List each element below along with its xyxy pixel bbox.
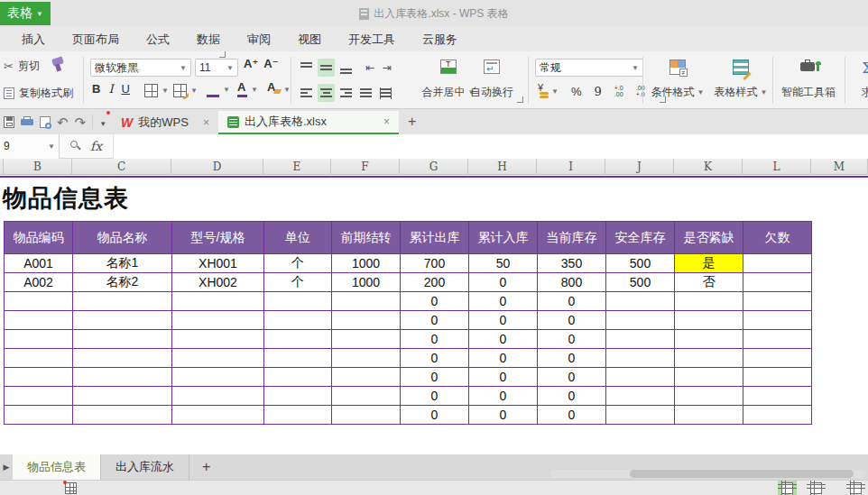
table-cell[interactable] xyxy=(743,311,812,330)
macro-record-icon[interactable] xyxy=(65,482,77,494)
column-header-F[interactable]: F xyxy=(331,159,400,175)
increase-indent-button[interactable]: ⇥ xyxy=(380,59,394,77)
table-cell[interactable]: 0 xyxy=(469,292,538,311)
table-cell[interactable] xyxy=(73,330,172,349)
table-header-cell[interactable]: 前期结转 xyxy=(332,222,401,254)
table-cell[interactable] xyxy=(172,311,264,330)
table-cell[interactable]: 0 xyxy=(469,368,538,387)
table-cell[interactable] xyxy=(743,368,812,387)
decrease-indent-button[interactable]: ⇤ xyxy=(363,59,377,77)
table-cell[interactable]: 50 xyxy=(469,254,538,273)
align-center-button[interactable] xyxy=(318,84,335,102)
table-cell[interactable] xyxy=(264,368,332,387)
table-cell[interactable]: 0 xyxy=(401,368,469,387)
table-cell[interactable] xyxy=(743,387,812,406)
table-cell[interactable]: 500 xyxy=(606,254,675,273)
column-header-I[interactable]: I xyxy=(537,159,605,175)
table-cell[interactable]: 0 xyxy=(538,349,606,368)
table-cell[interactable] xyxy=(73,292,172,311)
sum-button-partial[interactable]: Σ 求 xyxy=(849,56,868,105)
table-cell[interactable]: 0 xyxy=(538,368,606,387)
table-header-cell[interactable]: 欠数 xyxy=(743,222,812,254)
table-cell[interactable] xyxy=(743,406,812,425)
table-cell[interactable] xyxy=(675,387,743,406)
table-cell[interactable]: XH001 xyxy=(172,254,264,273)
column-header-M[interactable]: M xyxy=(811,159,868,175)
table-cell[interactable] xyxy=(743,273,812,292)
column-header-L[interactable]: L xyxy=(743,159,811,175)
table-cell[interactable]: 名称1 xyxy=(73,254,172,273)
table-cell[interactable] xyxy=(743,254,812,273)
format-painter-button[interactable]: 格式刷 xyxy=(41,86,73,101)
align-left-button[interactable] xyxy=(298,84,315,102)
column-header-D[interactable]: D xyxy=(171,159,263,175)
table-cell[interactable] xyxy=(743,292,812,311)
wrap-text-button[interactable]: ↵ 自动换行 xyxy=(462,56,522,105)
table-cell[interactable]: 500 xyxy=(606,273,675,292)
menu-item-4[interactable]: 审阅 xyxy=(247,32,271,48)
table-cell[interactable] xyxy=(332,349,401,368)
table-header-cell[interactable]: 物品编码 xyxy=(5,222,73,254)
font-color-button[interactable]: A ▼ xyxy=(236,82,258,97)
table-cell[interactable]: 700 xyxy=(401,254,469,273)
table-cell[interactable] xyxy=(675,330,743,349)
grow-font-button[interactable]: A⁺ xyxy=(244,59,258,69)
tab-my-wps[interactable]: W 我的WPS × xyxy=(112,111,218,134)
table-cell[interactable] xyxy=(675,349,743,368)
table-cell[interactable] xyxy=(606,406,675,425)
table-cell[interactable] xyxy=(73,406,172,425)
align-middle-button[interactable] xyxy=(318,59,335,77)
clear-format-button[interactable]: A ▼ xyxy=(267,82,291,97)
table-header-cell[interactable]: 累计出库 xyxy=(401,222,469,254)
table-cell[interactable] xyxy=(264,349,332,368)
print-icon[interactable] xyxy=(21,116,33,127)
table-cell[interactable] xyxy=(264,387,332,406)
table-cell[interactable]: 0 xyxy=(538,292,606,311)
table-cell[interactable]: 0 xyxy=(401,387,469,406)
tab-document[interactable]: 出入库表格.xlsx × xyxy=(218,111,399,134)
menu-item-0[interactable]: 插入 xyxy=(22,32,45,48)
increase-decimal-button[interactable]: +.0.00 xyxy=(612,82,626,100)
undo-icon[interactable]: ↶ xyxy=(57,115,69,129)
table-cell[interactable] xyxy=(5,406,73,425)
percent-format-button[interactable]: % xyxy=(568,82,585,100)
justify-button[interactable] xyxy=(357,84,374,102)
conditional-format-button[interactable]: ≠ 条件格式▼ xyxy=(646,56,709,105)
table-cell[interactable]: A001 xyxy=(5,254,73,273)
currency-format-button[interactable]: ¥ ▼ xyxy=(535,82,561,100)
table-cell[interactable]: 0 xyxy=(401,292,469,311)
column-header-E[interactable]: E xyxy=(263,159,331,175)
table-cell[interactable] xyxy=(743,349,812,368)
align-right-button[interactable] xyxy=(337,84,355,102)
insert-function-button[interactable]: fx xyxy=(90,139,102,153)
table-cell[interactable] xyxy=(675,292,743,311)
distributed-button[interactable] xyxy=(377,84,394,102)
table-cell[interactable] xyxy=(675,311,743,330)
table-cell[interactable] xyxy=(606,292,675,311)
table-cell[interactable]: 0 xyxy=(538,387,606,406)
table-cell[interactable] xyxy=(73,311,172,330)
font-size-select[interactable]: 11▼ xyxy=(195,59,238,77)
column-header-J[interactable]: J xyxy=(605,159,674,175)
close-icon[interactable]: × xyxy=(383,115,390,128)
font-dialog-launcher[interactable] xyxy=(219,51,226,58)
table-cell[interactable] xyxy=(172,349,264,368)
bold-button[interactable]: B xyxy=(92,84,100,95)
menu-item-2[interactable]: 公式 xyxy=(146,32,170,48)
sheet-title-cell[interactable]: 物品信息表 xyxy=(3,182,129,215)
table-cell[interactable] xyxy=(5,330,73,349)
table-style-button[interactable]: 表格样式▼ xyxy=(709,56,772,105)
table-cell[interactable] xyxy=(73,368,172,387)
new-tab-button[interactable]: + xyxy=(408,114,416,130)
redo-icon[interactable]: ↷ xyxy=(75,115,87,129)
column-header-K[interactable]: K xyxy=(674,159,743,175)
table-cell[interactable]: 0 xyxy=(538,406,606,425)
underline-button[interactable]: U xyxy=(122,84,130,95)
table-cell[interactable]: 1000 xyxy=(332,254,401,273)
table-cell[interactable]: 0 xyxy=(469,406,538,425)
table-header-cell[interactable]: 物品名称 xyxy=(73,222,172,254)
fill-color-button[interactable]: ▼ xyxy=(206,82,230,97)
table-cell[interactable] xyxy=(172,330,264,349)
draw-border-button[interactable]: ▼ xyxy=(173,84,198,97)
table-header-cell[interactable]: 当前库存 xyxy=(538,222,606,254)
